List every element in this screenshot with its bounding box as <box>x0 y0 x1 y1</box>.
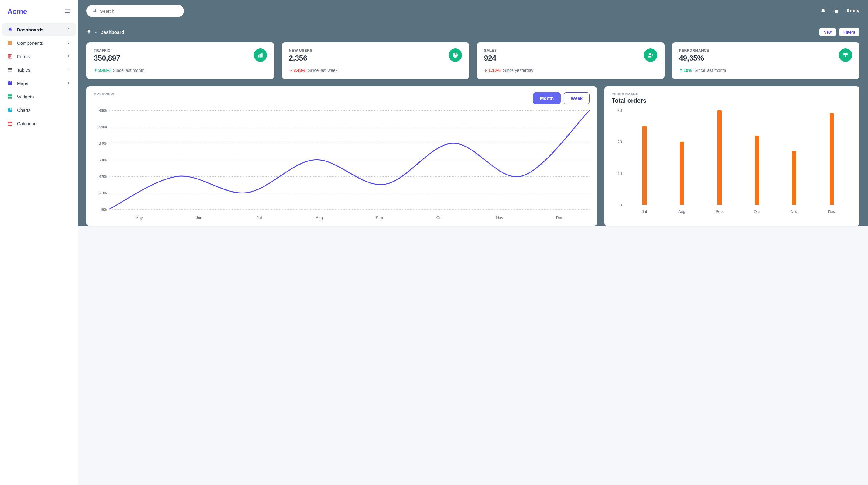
sidebar-item-label: Widgets <box>17 94 71 99</box>
x-tick: Aug <box>289 215 349 220</box>
copy-icon[interactable] <box>833 8 839 14</box>
sidebar-item-label: Components <box>17 40 62 46</box>
svg-rect-15 <box>10 94 12 96</box>
tab-week[interactable]: Week <box>564 92 590 104</box>
svg-rect-5 <box>8 43 10 45</box>
svg-rect-36 <box>844 57 847 57</box>
svg-rect-3 <box>8 41 10 43</box>
svg-rect-14 <box>8 94 10 96</box>
svg-rect-18 <box>8 122 12 125</box>
svg-rect-24 <box>835 10 838 13</box>
chevron-right-icon <box>66 67 71 72</box>
stat-label: PERFORMANCE <box>679 49 710 53</box>
svg-line-23 <box>95 11 96 12</box>
sidebar-item-calendar[interactable]: Calendar <box>2 117 75 130</box>
y-tick: 20 <box>612 140 622 144</box>
stat-delta: 1.10% <box>484 68 501 73</box>
sidebar-item-label: Charts <box>17 108 71 113</box>
bar <box>830 113 834 205</box>
chevron-right-icon <box>66 27 71 32</box>
stat-delta: 3.48% <box>289 68 306 73</box>
chevron-right-icon <box>66 54 71 59</box>
calendar-icon <box>7 121 13 126</box>
stat-label: TRAFFIC <box>94 49 120 53</box>
grid-icon <box>7 40 13 46</box>
sidebar-item-label: Maps <box>17 81 62 86</box>
bar-chart: 0102030JulAugSepOctNovDec <box>612 110 852 214</box>
sidebar-item-forms[interactable]: Forms <box>2 50 75 63</box>
search-box[interactable] <box>87 5 184 17</box>
svg-point-31 <box>649 53 651 55</box>
svg-rect-26 <box>258 55 259 57</box>
x-tick: May <box>109 215 169 220</box>
y-tick: $20k <box>94 174 107 179</box>
x-tick: Dec <box>530 215 590 220</box>
stats-row: TRAFFIC 350,897 3.48% Since last month N… <box>87 42 860 79</box>
svg-rect-17 <box>10 97 12 99</box>
top-header: Amily <box>78 0 868 22</box>
hamburger-icon[interactable] <box>64 8 71 16</box>
stat-delta: 3.48% <box>94 68 111 73</box>
sidebar-item-tables[interactable]: Tables <box>2 63 75 76</box>
sidebar-item-charts[interactable]: Charts <box>2 103 75 116</box>
sidebar-item-maps[interactable]: Maps <box>2 77 75 90</box>
stat-since: Since yesterday <box>503 68 534 73</box>
bar <box>792 151 797 205</box>
tab-month[interactable]: Month <box>533 92 561 104</box>
stat-since: Since last month <box>113 68 145 73</box>
search-icon <box>92 8 97 14</box>
x-tick: Aug <box>663 209 701 214</box>
bar <box>680 142 684 205</box>
bar <box>642 126 647 205</box>
search-input[interactable] <box>100 8 179 14</box>
trophy-icon <box>839 49 852 62</box>
stat-value: 350,897 <box>94 54 120 62</box>
y-tick: $50k <box>94 125 107 129</box>
sidebar: Acme Dashboards Components <box>0 0 78 485</box>
orders-title: Total orders <box>612 97 646 104</box>
stat-delta: 10% <box>679 68 692 73</box>
orders-eyebrow: PERFORMANE <box>612 92 638 96</box>
x-tick: Oct <box>409 215 469 220</box>
nav-list: Dashboards Components Forms <box>2 23 75 130</box>
x-tick: Nov <box>775 209 813 214</box>
home-icon[interactable] <box>87 29 91 35</box>
chevron-right-icon <box>66 81 71 86</box>
sidebar-item-label: Forms <box>17 54 62 59</box>
filters-button[interactable]: Filters <box>839 28 860 36</box>
stat-value: 2,356 <box>289 54 312 62</box>
sidebar-item-widgets[interactable]: Widgets <box>2 90 75 103</box>
bar <box>755 135 759 205</box>
orders-panel: PERFORMANE Total orders 0102030JulAugSep… <box>604 86 860 226</box>
y-tick: 10 <box>612 171 622 176</box>
y-tick: $30k <box>94 157 107 162</box>
new-button[interactable]: New <box>819 28 836 36</box>
table-icon <box>7 67 13 72</box>
map-icon <box>7 81 13 86</box>
y-tick: $10k <box>94 190 107 195</box>
sidebar-item-label: Dashboards <box>17 27 62 32</box>
stat-since: Since last month <box>695 68 726 73</box>
stat-card: NEW USERS 2,356 3.48% Since last week <box>282 42 470 79</box>
stat-value: 924 <box>484 54 497 62</box>
x-tick: Oct <box>738 209 775 214</box>
y-tick: $60k <box>94 108 107 113</box>
x-tick: Jul <box>626 209 663 214</box>
bell-icon[interactable] <box>820 8 826 14</box>
svg-rect-35 <box>845 56 846 57</box>
line-chart: $0k$10k$20k$30k$40k$50k$60kMayJunJulAugS… <box>94 110 590 220</box>
sidebar-item-label: Tables <box>17 67 62 72</box>
brand-logo: Acme <box>7 7 27 16</box>
chevron-right-icon <box>66 40 71 46</box>
username[interactable]: Amily <box>846 8 860 14</box>
users-add-icon <box>644 49 657 62</box>
sidebar-item-label: Calendar <box>17 121 71 126</box>
stat-card: TRAFFIC 350,897 3.48% Since last month <box>87 42 274 79</box>
svg-rect-28 <box>261 53 262 57</box>
x-tick: Dec <box>813 209 850 214</box>
form-icon <box>7 54 13 59</box>
sidebar-item-dashboards[interactable]: Dashboards <box>2 23 75 36</box>
stat-card: SALES 924 1.10% Since yesterday <box>477 42 664 79</box>
sidebar-item-components[interactable]: Components <box>2 36 75 49</box>
stat-label: NEW USERS <box>289 49 312 53</box>
